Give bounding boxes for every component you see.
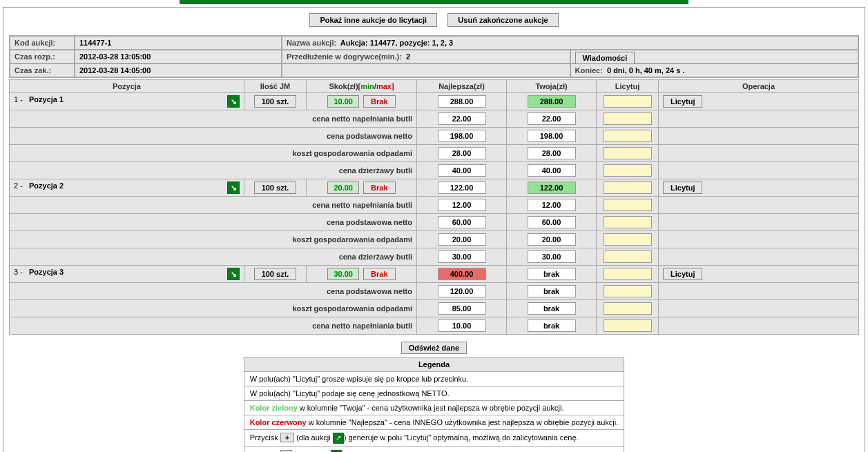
ilosc-value: 100 szt.	[254, 268, 297, 280]
col-licytuj: Licytuj	[597, 80, 659, 93]
bid-input[interactable]	[604, 164, 652, 177]
sub-best: 20.00	[438, 233, 486, 246]
sub-your: 198.00	[528, 130, 576, 142]
remove-finished-auctions-button[interactable]: Usuń zakończone aukcje	[447, 13, 558, 27]
empty-info-cell	[282, 63, 570, 77]
refresh-area: Odśwież dane Legenda W polu(ach) "Licytu…	[9, 342, 859, 452]
legend-line: Przycisk + (dla aukcji ↗) generuje w pol…	[244, 430, 624, 447]
sub-best: 10.00	[438, 320, 486, 332]
auction-info-grid: Kod aukcji: 114477-1 Nazwa aukcji: Aukcj…	[9, 35, 859, 78]
bid-input[interactable]	[604, 268, 652, 280]
bid-input[interactable]	[604, 233, 652, 246]
sub-label: cena netto napełniania butli	[10, 317, 417, 335]
bid-input[interactable]	[604, 130, 652, 142]
skok-max: Brak	[363, 268, 395, 280]
wiadomosci-button[interactable]: Wiadomości	[575, 52, 635, 64]
sub-best: 198.00	[438, 130, 486, 142]
skok-max: Brak	[363, 95, 395, 108]
your-value: 288.00	[528, 95, 576, 108]
sub-label: cena dzierżawy butli	[10, 162, 417, 179]
bid-input[interactable]	[604, 216, 652, 228]
best-value: 122.00	[438, 181, 486, 194]
licytuj-button[interactable]: Licytuj	[663, 95, 702, 108]
legend-title: Legenda	[244, 357, 624, 372]
sub-your: 12.00	[528, 199, 576, 211]
ilosc-value: 100 szt.	[254, 95, 297, 108]
skok-max: Brak	[363, 181, 395, 194]
col-skok: Skok(zł)[min/max]	[307, 80, 417, 93]
sub-label: cena podstawowa netto	[10, 283, 417, 300]
col-najlepsza: Najlepsza(zł)	[417, 80, 507, 93]
sub-your: brak	[528, 285, 576, 297]
your-value: 122.00	[528, 181, 576, 194]
sub-label: koszt gospodarowania odpadami	[10, 145, 417, 162]
koniec-cell: Koniec: 0 dni, 0 h, 40 m, 24 s .	[570, 63, 859, 77]
sub-label: koszt gospodarowania odpadami	[10, 300, 417, 317]
bid-input[interactable]	[604, 112, 652, 125]
licytuj-button[interactable]: Licytuj	[663, 268, 702, 280]
position-name: Pozycja 2	[29, 181, 64, 190]
sub-best: 30.00	[438, 250, 486, 263]
best-value: 288.00	[438, 95, 486, 108]
operation-cell	[659, 110, 859, 128]
sub-your: 28.00	[528, 147, 576, 159]
sub-best: 22.00	[438, 112, 486, 125]
licytuj-button[interactable]: Licytuj	[663, 181, 702, 194]
ilosc-cell: 100 szt.	[244, 93, 307, 110]
sub-your: brak	[528, 320, 576, 332]
bid-input[interactable]	[604, 147, 652, 159]
optimize-down-icon[interactable]: ↘	[227, 95, 240, 108]
skok-value: 20.00	[327, 181, 359, 194]
position-index: 1 -	[14, 95, 23, 104]
bid-input[interactable]	[604, 199, 652, 211]
table-row-sub: cena netto napełniania butli 12.00 12.00	[10, 197, 859, 214]
your-cell: 288.00	[507, 93, 597, 110]
przedluzenie-value: 2	[406, 52, 410, 61]
kod-aukcji-label: Kod aukcji:	[10, 36, 75, 50]
odswiez-dane-button[interactable]: Odśwież dane	[401, 342, 467, 354]
show-other-auctions-button[interactable]: Pokaż inne aukcje do licytacji	[309, 13, 437, 27]
przedluzenie-label: Przedłużenie w dogrywce(min.):	[287, 52, 402, 61]
position-name: Pozycja 1	[29, 95, 64, 104]
bid-input[interactable]	[604, 250, 652, 263]
czas-zak-value: 2012-03-28 14:05:00	[75, 63, 282, 77]
sub-best: 60.00	[438, 216, 486, 228]
table-row-sub: cena netto napełniania butli 22.00 22.00	[10, 110, 859, 128]
position-index: 3 -	[14, 268, 23, 276]
sub-your: 60.00	[528, 216, 576, 228]
table-row-sub: cena podstawowa netto 120.00 brak	[10, 283, 859, 300]
bid-input[interactable]	[604, 302, 652, 315]
bid-input[interactable]	[604, 95, 652, 108]
ilosc-value: 100 szt.	[254, 181, 297, 194]
skok-value: 10.00	[327, 95, 359, 108]
sub-label: cena dzierżawy butli	[10, 248, 417, 266]
koniec-value: 0 dni, 0 h, 40 m, 24 s .	[607, 66, 685, 75]
arrow-up-icon: ↗	[333, 433, 344, 444]
best-value: 400.00	[438, 268, 486, 280]
optimize-down-icon[interactable]: ↘	[227, 268, 240, 280]
optimize-down-icon[interactable]: ↘	[227, 181, 240, 194]
table-row-sub: cena dzierżawy butli 30.00 30.00	[10, 248, 859, 266]
col-operacja: Operacja	[659, 80, 859, 93]
bid-input[interactable]	[604, 285, 652, 297]
legend-line: W polu(ach) "Licytuj" grosze wpisuje się…	[244, 372, 624, 386]
sub-best: 12.00	[438, 199, 486, 211]
czas-zak-label: Czas zak.:	[10, 63, 75, 77]
main-panel: Pokaż inne aukcje do licytacji Usuń zako…	[3, 7, 865, 452]
sub-best: 40.00	[438, 164, 486, 177]
table-row-sub: cena podstawowa netto 60.00 60.00	[10, 214, 859, 231]
table-row-sub: cena netto napełniania butli 10.00 brak	[10, 317, 859, 335]
sub-label: cena netto napełniania butli	[10, 197, 417, 214]
sub-best: 120.00	[438, 285, 486, 297]
table-row: 2 - Pozycja 2 ↘ 100 szt. 20.00 Brak 122.…	[10, 179, 859, 197]
nazwa-aukcji-label: Nazwa aukcji:	[287, 39, 336, 47]
table-header-row: Pozycja Ilość JM Skok(zł)[min/max] Najle…	[10, 80, 859, 93]
nazwa-aukcji-cell: Nazwa aukcji: Aukcja: 114477, pozycje: 1…	[282, 36, 858, 50]
sub-label: koszt gospodarowania odpadami	[10, 231, 417, 248]
bid-input[interactable]	[604, 320, 652, 332]
plus-button[interactable]: +	[280, 433, 294, 442]
bid-input[interactable]	[604, 181, 652, 194]
sub-your: 20.00	[528, 233, 576, 246]
your-value: brak	[528, 268, 576, 280]
table-row-sub: koszt gospodarowania odpadami 85.00 brak	[10, 300, 859, 317]
